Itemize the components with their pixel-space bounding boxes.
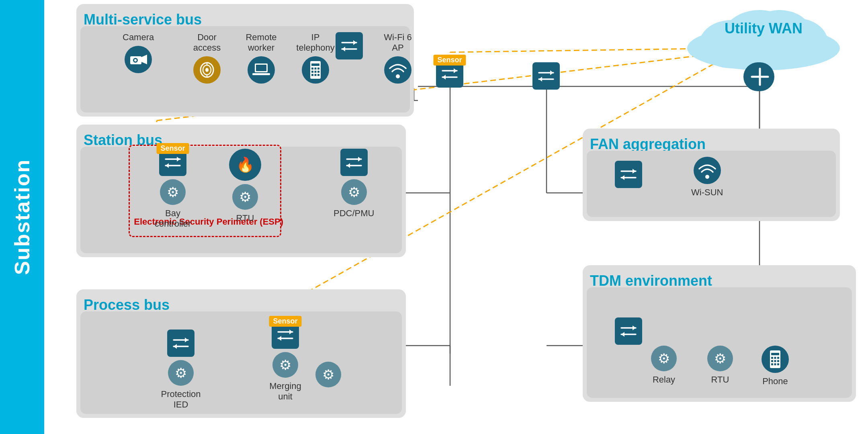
wi-sun-icon [694, 157, 721, 184]
svg-rect-79 [311, 68, 313, 70]
svg-rect-82 [311, 71, 313, 73]
svg-marker-98 [358, 157, 361, 162]
svg-marker-130 [550, 70, 553, 75]
wi-sun-device: Wi-SUN [691, 157, 723, 198]
pdc-pmu-device: ⚙ PDC/PMU [334, 149, 374, 219]
svg-rect-123 [771, 360, 773, 362]
bay-controller-gear: ⚙ [160, 179, 186, 205]
bay-controller: Sensor ⚙ Bay controller [149, 149, 197, 229]
svg-marker-64 [442, 75, 446, 80]
tdm-switch [615, 317, 642, 345]
svg-point-92 [396, 74, 400, 78]
wifi6-ap-device: Wi-Fi 6 AP [382, 32, 414, 84]
pb-right-gear: ⚙ [315, 362, 341, 387]
svg-rect-120 [771, 357, 773, 359]
svg-marker-102 [185, 338, 188, 342]
pb-right-gear-icon: ⚙ [315, 362, 341, 387]
svg-marker-104 [174, 344, 177, 349]
ip-telephony-device: IP telephony [291, 32, 340, 84]
sensor-badge-pb: Sensor [269, 316, 301, 327]
svg-rect-128 [777, 363, 779, 365]
svg-rect-86 [315, 74, 317, 76]
door-access-device: Door access [183, 32, 231, 84]
laptop-icon [248, 56, 275, 84]
svg-point-113 [705, 175, 709, 179]
switch-pdc-icon [340, 149, 368, 176]
substation-label: Substation [0, 0, 44, 434]
rtu-fire-icon: 🔥 [229, 149, 261, 181]
phone-icon [302, 56, 329, 84]
svg-rect-119 [771, 353, 779, 355]
pb-center-switch: Sensor ⚙ Merging unit [261, 321, 309, 402]
svg-rect-78 [311, 63, 319, 66]
svg-rect-81 [317, 68, 319, 70]
svg-marker-132 [539, 77, 542, 82]
station-bus-panel: Station bus Electronic Security Perimete… [76, 125, 406, 257]
svg-marker-100 [347, 163, 350, 168]
camera-icon [125, 46, 152, 73]
svg-rect-84 [317, 71, 319, 73]
switch-fan-icon [615, 161, 642, 188]
svg-marker-112 [621, 175, 624, 180]
multi-service-bus-panel: Multi-service bus Camera Door access [76, 4, 414, 117]
right-trunk-switch [532, 62, 560, 90]
svg-rect-121 [774, 357, 776, 359]
utility-wan-label: Utility WAN [725, 20, 802, 37]
switch-pb-left [167, 330, 194, 357]
svg-rect-122 [777, 357, 779, 359]
process-bus-panel: Process bus ⚙ Protection IED Sensor [76, 289, 406, 418]
svg-rect-126 [771, 363, 773, 365]
svg-marker-94 [177, 157, 180, 162]
svg-marker-110 [633, 169, 636, 174]
svg-rect-87 [317, 74, 319, 76]
rtu-device: 🔥 ⚙ RTU [229, 149, 261, 223]
far-right-router [745, 62, 774, 91]
svg-marker-115 [633, 326, 636, 330]
svg-marker-62 [454, 68, 457, 73]
pdc-pmu-gear: ⚙ [341, 179, 367, 205]
far-right-router-icon [745, 62, 774, 91]
svg-rect-76 [252, 73, 270, 75]
svg-marker-89 [353, 40, 356, 45]
pb-left-switch: ⚙ Protection IED [157, 330, 205, 410]
svg-marker-106 [289, 330, 293, 334]
svg-rect-80 [315, 68, 317, 70]
protection-ied-gear: ⚙ [168, 360, 194, 386]
switch-tdm-icon [615, 317, 642, 345]
phone-device: Phone [762, 346, 789, 387]
svg-point-71 [205, 68, 209, 72]
fan-title: FAN aggregation [590, 136, 833, 153]
pb-title: Process bus [84, 297, 399, 313]
svg-point-68 [134, 59, 137, 61]
svg-marker-108 [278, 336, 281, 341]
svg-marker-96 [166, 163, 169, 168]
fan-switch [615, 161, 642, 188]
switch-icon-msb [336, 32, 363, 59]
phone-tdm-icon [762, 346, 789, 373]
rtu2-gear: ⚙ [707, 346, 733, 371]
wifi-icon-msb [384, 56, 411, 84]
svg-rect-124 [774, 360, 776, 362]
sensor-badge-sb: Sensor [156, 143, 189, 154]
fingerprint-icon [193, 56, 221, 84]
relay-device: ⚙ Relay [651, 346, 677, 385]
tdm-title: TDM environment [590, 272, 849, 289]
svg-marker-66 [141, 55, 147, 64]
svg-rect-75 [256, 65, 266, 71]
svg-rect-85 [311, 74, 313, 76]
remote-worker-device: Remote worker [237, 32, 285, 84]
svg-marker-117 [621, 332, 624, 337]
msb-switch [336, 32, 363, 59]
relay-gear: ⚙ [651, 346, 677, 371]
svg-marker-91 [342, 47, 345, 51]
msb-right-switch: Sensor [436, 60, 463, 88]
svg-rect-125 [777, 360, 779, 362]
msb-title: Multi-service bus [84, 11, 407, 28]
sensor-badge-msb: Sensor [433, 55, 466, 66]
fan-aggregation-panel: FAN aggregation Wi-SU [583, 129, 840, 221]
svg-rect-127 [774, 363, 776, 365]
camera-device: Camera [123, 32, 154, 73]
rtu-gear: ⚙ [232, 184, 258, 210]
rtu2-device: ⚙ RTU [707, 346, 733, 385]
svg-rect-83 [315, 71, 317, 73]
